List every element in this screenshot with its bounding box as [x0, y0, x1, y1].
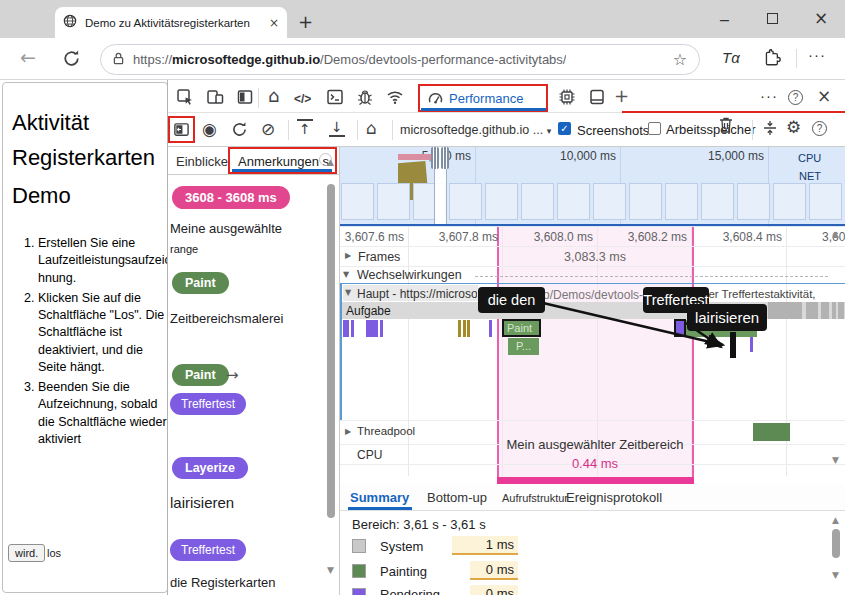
row-divider [340, 246, 845, 247]
activity-bar[interactable] [463, 320, 466, 337]
flame-scroll-down[interactable]: ▼ [832, 456, 839, 465]
application-storage-icon[interactable] [588, 88, 606, 110]
lock-icon [113, 51, 124, 69]
task-label: Aufgabe [346, 304, 391, 318]
load-profile-button[interactable]: ↑ [297, 119, 313, 137]
task-segment [768, 302, 802, 319]
memory-chip-icon[interactable] [558, 88, 576, 110]
activity-bar[interactable] [351, 320, 354, 337]
interactions-track-label[interactable]: Wechselwirkungen [357, 268, 462, 282]
activity-bar[interactable] [489, 320, 492, 337]
paint-event-bar[interactable]: Paint [502, 319, 541, 337]
dock-panel-icon[interactable] [236, 88, 254, 110]
devtools-help-button[interactable]: ? [788, 90, 803, 105]
annotation-paint-badge[interactable]: Paint [172, 364, 229, 386]
back-button[interactable]: ← [20, 48, 36, 67]
activity-bar[interactable] [467, 320, 470, 337]
summary-scroll-down[interactable]: ▼ [832, 571, 839, 580]
tab-event-log[interactable]: Ereignisprotokoll [566, 490, 662, 505]
threadpool-activity-bar[interactable] [753, 423, 790, 441]
sources-tab-icon[interactable]: </> [294, 92, 311, 106]
screenshot-filmstrip[interactable] [341, 183, 845, 221]
tab-close-icon[interactable]: × [269, 17, 279, 29]
home-button[interactable]: ⌂ [366, 120, 377, 137]
activity-bar[interactable] [366, 320, 378, 337]
tab-summary[interactable]: Summary [350, 490, 409, 505]
trash-icon[interactable] [718, 116, 734, 138]
flame-tick: 3,608.4 ms [712, 230, 782, 244]
home-tab-icon[interactable]: ⌂ [268, 87, 279, 105]
annotation-range-badge[interactable]: 3608 - 3608 ms [172, 186, 290, 209]
frames-track-label[interactable]: Frames [358, 250, 400, 264]
devtools-menu-button[interactable]: ··· [760, 87, 778, 104]
sidebar-scroll-down[interactable]: ▼ [327, 566, 334, 575]
overview-right-handle[interactable] [441, 147, 449, 169]
maximize-button[interactable] [767, 13, 778, 24]
annotation-hittest-badge[interactable]: Treffertest [170, 393, 246, 415]
tab-annotations[interactable]: Anmerkungen s [238, 154, 329, 169]
settings-gear-icon[interactable]: ⚙ [786, 119, 801, 136]
annotation-fragment-text: der Treffertestaktivität, [702, 288, 816, 300]
favorites-star-icon[interactable]: ☆ [673, 52, 687, 68]
activity-bar[interactable] [458, 320, 461, 337]
translate-icon[interactable]: Tα [722, 49, 740, 66]
tab-insights[interactable]: Einblicke [176, 154, 228, 169]
refresh-record-button[interactable] [231, 121, 248, 142]
overview-cpu-label: CPU [798, 152, 821, 164]
annotation-layerize-badge[interactable]: Layerize [172, 457, 248, 479]
summary-scroll-thumb[interactable] [832, 529, 840, 558]
inspect-icon[interactable] [176, 88, 194, 110]
screenshots-checkbox[interactable]: ✓ [558, 122, 571, 135]
devtools-close-button[interactable]: × [817, 88, 831, 105]
overview-left-handle[interactable] [431, 147, 439, 169]
performance-help-button[interactable]: ? [812, 121, 827, 136]
annotation-hittest-badge[interactable]: Treffertest [170, 539, 246, 561]
address-bar[interactable]: https://microsoftedge.github.io/Demos/de… [100, 44, 700, 75]
page-heading-line3: Demo [12, 183, 71, 209]
more-tabs-plus-icon[interactable]: + [614, 87, 629, 105]
sidebar-toggle-icon[interactable] [173, 121, 190, 142]
reload-button[interactable] [62, 49, 81, 72]
threadpool-collapse-icon[interactable]: ▶ [345, 428, 351, 436]
activity-bar[interactable] [343, 320, 349, 337]
activity-bar[interactable] [380, 320, 383, 337]
minimize-button[interactable]: – [720, 11, 729, 29]
browser-menu-button[interactable]: ··· [808, 46, 826, 63]
device-emulation-icon[interactable] [206, 88, 224, 110]
origin-dropdown[interactable]: microsoftedge.github.io ... ▾ [400, 123, 551, 137]
toolbar-divider [752, 120, 753, 140]
summary-scroll-up[interactable]: ▲ [832, 516, 839, 525]
tab-bottom-up[interactable]: Bottom-up [427, 490, 487, 505]
collapse-panel-icon[interactable] [762, 119, 778, 141]
toolbar-divider [357, 120, 358, 140]
issues-bug-icon[interactable] [356, 88, 374, 110]
main-collapse-icon[interactable]: ▼ [345, 289, 351, 297]
flame-tick: 3,608.0 ms [523, 230, 593, 244]
flame-scroll-up[interactable]: ▲ [832, 230, 839, 239]
tab-call-tree[interactable]: Aufrufstruktur [502, 492, 568, 504]
console-tab-icon[interactable] [326, 88, 344, 110]
arrow-right-icon: → [226, 368, 239, 383]
wird-button[interactable]: wird. [8, 544, 45, 562]
clear-button[interactable]: ⊘ [261, 121, 275, 138]
browser-tab[interactable]: Demo zu Aktivitätsregisterkarten × [55, 7, 287, 38]
extensions-icon[interactable] [764, 49, 781, 70]
record-button[interactable]: ◉ [202, 121, 217, 138]
sidebar-scroll-up[interactable]: ▲ [327, 158, 334, 167]
threadpool-track-label[interactable]: Threadpool [357, 425, 415, 437]
network-wifi-icon[interactable] [386, 88, 404, 110]
hittest-event-bar[interactable] [674, 319, 686, 337]
paint-child-bar[interactable]: P... [508, 338, 539, 355]
frames-collapse-icon[interactable]: ▶ [345, 252, 351, 260]
save-profile-button[interactable]: ↓ [329, 119, 345, 137]
window-close-button[interactable]: × [814, 10, 828, 27]
main-track-label[interactable]: Haupt - https://microsof [357, 287, 477, 301]
interactions-collapse-icon[interactable]: ▼ [343, 271, 349, 279]
tab-performance[interactable]: Performance [449, 91, 523, 106]
summary-tab-underline [348, 507, 412, 510]
new-tab-button[interactable]: + [298, 13, 313, 31]
activity-bar[interactable] [750, 337, 753, 352]
page-heading-line1: Aktivität [12, 110, 89, 136]
memory-checkbox[interactable] [648, 122, 661, 135]
annotation-paint-badge[interactable]: Paint [172, 272, 229, 294]
